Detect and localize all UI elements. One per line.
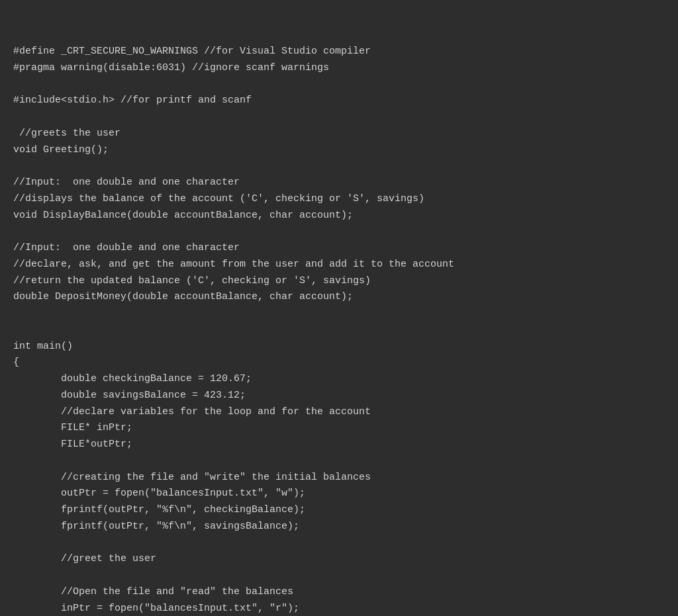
code-line	[13, 322, 665, 339]
code-line: FILE*outPtr;	[13, 437, 665, 453]
code-line: //Input: one double and one character	[13, 240, 665, 257]
code-line: //Open the file and "read" the balances	[13, 584, 665, 601]
code-content: #define _CRT_SECURE_NO_WARNINGS //for Vi…	[13, 44, 665, 616]
code-line: fprintf(outPtr, "%f\n", checkingBalance)…	[13, 502, 665, 519]
code-line	[13, 224, 665, 240]
code-line: {	[13, 355, 665, 371]
code-line	[13, 568, 665, 584]
code-line: void DisplayBalance(double accountBalanc…	[13, 208, 665, 224]
code-line: int main()	[13, 339, 665, 355]
code-line: //return the updated balance ('C', check…	[13, 273, 665, 290]
code-line: outPtr = fopen("balancesInput.txt", "w")…	[13, 486, 665, 502]
code-editor: #define _CRT_SECURE_NO_WARNINGS //for Vi…	[0, 0, 678, 616]
code-line	[13, 77, 665, 93]
code-line: void Greeting();	[13, 142, 665, 159]
code-line: #include<stdio.h> //for printf and scanf	[13, 93, 665, 109]
code-line: double savingsBalance = 423.12;	[13, 388, 665, 404]
code-line: //greet the user	[13, 551, 665, 568]
code-line: //declare, ask, and get the amount from …	[13, 257, 665, 273]
code-line	[13, 535, 665, 552]
code-line: #pragma warning(disable:6031) //ignore s…	[13, 60, 665, 77]
code-line	[13, 306, 665, 322]
code-line: FILE* inPtr;	[13, 420, 665, 437]
code-line: double checkingBalance = 120.67;	[13, 371, 665, 388]
code-line: //Input: one double and one character	[13, 175, 665, 191]
code-line	[13, 158, 665, 175]
code-line: //declare variables for the loop and for…	[13, 404, 665, 421]
code-line: //creating the file and "write" the init…	[13, 470, 665, 486]
code-line: inPtr = fopen("balancesInput.txt", "r");	[13, 601, 665, 617]
code-line	[13, 453, 665, 470]
code-line: #define _CRT_SECURE_NO_WARNINGS //for Vi…	[13, 44, 665, 60]
code-line: //greets the user	[13, 126, 665, 142]
code-line: double DepositMoney(double accountBalanc…	[13, 289, 665, 306]
code-line	[13, 109, 665, 126]
code-line: fprintf(outPtr, "%f\n", savingsBalance);	[13, 519, 665, 535]
code-line: //displays the balance of the account ('…	[13, 191, 665, 208]
